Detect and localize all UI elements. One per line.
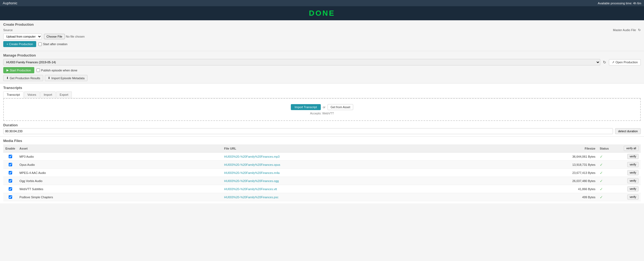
file-url-link[interactable]: HU003%20-%20Family%20Finances.mp3 — [224, 155, 279, 158]
filesize-cell: 36,644,061 Bytes — [549, 153, 598, 161]
filesize-cell: 13,918,731 Bytes — [549, 161, 598, 169]
action-cell: verify — [619, 161, 641, 169]
table-row: Podlove Simple Chapters HU003%20-%20Fami… — [3, 193, 641, 201]
status-ok-icon: ✓ — [600, 187, 603, 191]
filesize-cell: 41,866 Bytes — [549, 185, 598, 193]
done-text: DONE — [309, 9, 335, 17]
action-cell: verify — [619, 153, 641, 161]
file-url-link[interactable]: HU003%20-%20Family%20Finances.ogg — [224, 179, 279, 183]
start-production-button[interactable]: ▶ Start Production — [3, 67, 34, 73]
status-ok-icon: ✓ — [600, 154, 603, 159]
get-from-asset-button[interactable]: Get from Asset — [328, 104, 353, 110]
transcript-drop-area: Import Transcript or Get from Asset Acce… — [3, 98, 641, 121]
publish-episode-checkbox[interactable] — [36, 68, 40, 72]
get-production-results-button[interactable]: ⬇ Get Production Results — [3, 75, 43, 81]
refresh-master-icon[interactable]: ↻ — [638, 28, 641, 32]
media-files-table: Enable Asset File URL Filesize Status ve… — [3, 144, 641, 201]
verify-button[interactable]: verify — [627, 154, 639, 159]
col-file-url: File URL — [222, 144, 549, 153]
transcript-actions: Import Transcript or Get from Asset — [291, 104, 353, 110]
choose-file-button[interactable]: Choose File — [44, 34, 65, 39]
col-action: verify all — [619, 144, 641, 153]
create-production-button[interactable]: + Create Production — [3, 41, 36, 47]
status-ok-icon: ✓ — [600, 195, 603, 199]
processing-time: Available processing time: 4h 6m — [598, 2, 641, 5]
detect-duration-button[interactable]: detect duration — [615, 128, 641, 134]
status-ok-icon: ✓ — [600, 179, 603, 183]
accepts-text: Accepts: WebVTT — [310, 112, 334, 115]
create-production-section: Create Production Source Master Audio Fi… — [0, 20, 644, 51]
verify-button[interactable]: verify — [627, 162, 639, 167]
asset-cell: Opus Audio — [17, 161, 222, 169]
enable-checkbox[interactable] — [9, 155, 12, 158]
action-cell: verify — [619, 169, 641, 177]
enable-cell — [3, 177, 17, 185]
tab-transcript[interactable]: Transcript — [3, 91, 23, 98]
asset-cell: Ogg Vorbis Audio — [17, 177, 222, 185]
table-row: Ogg Vorbis Audio HU003%20-%20Family%20Fi… — [3, 177, 641, 185]
start-after-creation-label[interactable]: Start after creation — [38, 42, 68, 46]
table-row: Opus Audio HU003%20-%20Family%20Finances… — [3, 161, 641, 169]
filesize-cell: 26,037,480 Bytes — [549, 177, 598, 185]
status-ok-icon: ✓ — [600, 171, 603, 175]
source-label: Source — [3, 28, 13, 32]
duration-input[interactable] — [3, 128, 613, 134]
file-url-link[interactable]: HU003%20-%20Family%20Finances.opus — [224, 163, 280, 166]
asset-cell: Podlove Simple Chapters — [17, 193, 222, 201]
file-url-link[interactable]: HU003%20-%20Family%20Finances.vtt — [224, 187, 277, 191]
tab-import[interactable]: Import — [40, 91, 56, 98]
duration-section: Duration detect duration — [0, 121, 644, 137]
import-episode-metadata-button[interactable]: ⬇ Import Episode Metadata — [45, 75, 87, 81]
filesize-cell: 499 Bytes — [549, 193, 598, 201]
enable-checkbox[interactable] — [9, 195, 12, 199]
table-row: MPEG-4 AAC Audio HU003%20-%20Family%20Fi… — [3, 169, 641, 177]
transcripts-title: Transcripts — [3, 86, 641, 90]
filesize-cell: 23,677,413 Bytes — [549, 169, 598, 177]
start-after-creation-checkbox[interactable] — [38, 42, 42, 46]
status-cell: ✓ — [598, 185, 619, 193]
import-transcript-button[interactable]: Import Transcript — [291, 104, 321, 110]
enable-cell — [3, 185, 17, 193]
verify-all-button[interactable]: verify all — [624, 146, 639, 151]
verify-button[interactable]: verify — [627, 186, 639, 191]
verify-button[interactable]: verify — [627, 178, 639, 183]
col-status: Status — [598, 144, 619, 153]
duration-label: Duration — [3, 123, 641, 127]
enable-checkbox[interactable] — [9, 187, 12, 191]
file-url-cell: HU003%20-%20Family%20Finances.m4a — [222, 169, 549, 177]
refresh-production-button[interactable]: ↻ — [602, 60, 607, 65]
source-select[interactable]: Upload from computer URL FTP Dropbox Goo… — [3, 34, 42, 39]
asset-cell: MP3 Audio — [17, 153, 222, 161]
tab-voices[interactable]: Voices — [24, 91, 40, 98]
enable-cell — [3, 161, 17, 169]
import-icon: ⬇ — [48, 76, 50, 80]
action-cell: verify — [619, 177, 641, 185]
open-production-button[interactable]: ↗ Open Production — [609, 59, 641, 65]
file-url-cell: HU003%20-%20Family%20Finances.mp3 — [222, 153, 549, 161]
enable-checkbox[interactable] — [9, 179, 12, 183]
verify-button[interactable]: verify — [627, 170, 639, 175]
status-cell: ✓ — [598, 169, 619, 177]
top-bar: Auphonic Available processing time: 4h 6… — [0, 0, 644, 6]
production-select[interactable]: HU003 Family Finances (2019-05-14) — [3, 59, 600, 65]
asset-cell: MPEG-4 AAC Audio — [17, 169, 222, 177]
media-files-section: Media Files Enable Asset File URL Filesi… — [0, 137, 644, 203]
file-url-link[interactable]: HU003%20-%20Family%20Finances.m4a — [224, 171, 279, 174]
publish-episode-label[interactable]: Publish episode when done — [36, 68, 77, 72]
file-url-cell: HU003%20-%20Family%20Finances.opus — [222, 161, 549, 169]
enable-cell — [3, 193, 17, 201]
transcripts-section: Transcripts Transcript Voices Import Exp… — [0, 84, 644, 121]
table-header-row: Enable Asset File URL Filesize Status ve… — [3, 144, 641, 153]
file-input-group: Choose File No file chosen — [44, 34, 85, 39]
status-cell: ✓ — [598, 177, 619, 185]
verify-button[interactable]: verify — [627, 194, 639, 200]
enable-checkbox[interactable] — [9, 171, 12, 174]
tab-export[interactable]: Export — [56, 91, 72, 98]
file-url-link[interactable]: HU003%20-%20Family%20Finances.psc — [224, 196, 278, 199]
action-cell: verify — [619, 185, 641, 193]
enable-checkbox[interactable] — [9, 163, 12, 166]
done-banner: DONE — [0, 6, 644, 20]
download-icon: ⬇ — [6, 76, 9, 80]
file-url-cell: HU003%20-%20Family%20Finances.vtt — [222, 185, 549, 193]
status-ok-icon: ✓ — [600, 163, 603, 167]
